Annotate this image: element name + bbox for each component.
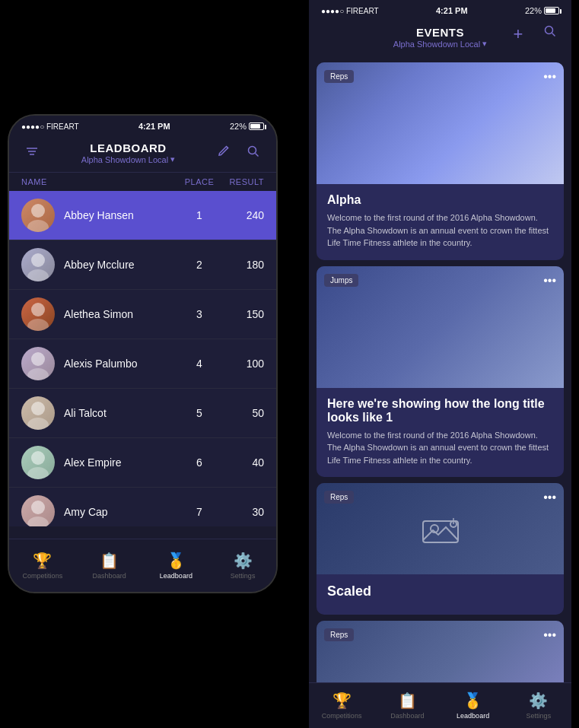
- avatar-1: [21, 199, 55, 232]
- leaderboard-row-6[interactable]: Alex Empire 6 40: [9, 438, 276, 488]
- time-right: 4:21 PM: [436, 6, 468, 15]
- battery-left: 22%: [230, 122, 264, 131]
- leaderboard-row-1[interactable]: Abbey Hansen 1 240: [9, 191, 276, 240]
- right-phone: ●●●●○ FIREART 4:21 PM 22% EVENTS Alpha S…: [309, 0, 571, 728]
- search-icon-left[interactable]: [243, 145, 264, 162]
- event-title-scaled: Scaled: [327, 583, 553, 599]
- svg-point-11: [31, 352, 45, 366]
- bottom-nav-right: 🏆 Competitions 📋 Dashboard 🥇 Leadboard ⚙…: [309, 682, 571, 728]
- avatar-4: [21, 347, 55, 380]
- player-place-1: 1: [180, 209, 218, 221]
- nav-label-right-2: Leadboard: [457, 712, 489, 720]
- nav-label-1: Dashboard: [93, 572, 126, 580]
- event-content-jumps: Here we're showing how the long title lo…: [317, 388, 564, 478]
- svg-point-15: [31, 451, 45, 465]
- player-name-4: Alexis Palumbo: [64, 358, 180, 370]
- time-left: 4:21 PM: [138, 122, 170, 131]
- nav-item-right-leadboard[interactable]: 🥇 Leadboard: [441, 691, 506, 720]
- edit-icon[interactable]: [214, 145, 235, 162]
- player-result-2: 180: [218, 259, 264, 271]
- battery-right: 22%: [525, 6, 559, 15]
- avatar-3: [21, 297, 55, 331]
- player-name-2: Abbey Mcclure: [64, 259, 180, 271]
- leaderboard-row-4[interactable]: Alexis Palumbo 4 100: [9, 339, 276, 389]
- left-phone: ●●●●○ FIREART 4:21 PM 22% LEADBOARD Alph…: [8, 114, 278, 593]
- event-title-alpha: Alpha: [327, 193, 553, 207]
- svg-point-14: [27, 418, 49, 430]
- player-name-5: Ali Talcot: [64, 407, 180, 419]
- event-menu-balls[interactable]: •••: [543, 628, 556, 642]
- avatar-5: [21, 396, 55, 430]
- player-name-6: Alex Empire: [64, 456, 180, 469]
- nav-item-left-competitions[interactable]: 🏆 Competitions: [9, 552, 76, 580]
- header-title-left: LEADBOARD Alpha Showdown Local ▾: [43, 141, 214, 164]
- header-left: LEADBOARD Alpha Showdown Local ▾: [9, 137, 276, 172]
- carrier-right: ●●●●○ FIREART: [321, 7, 379, 15]
- nav-item-left-dashboard[interactable]: 📋 Dashboard: [76, 552, 143, 580]
- svg-line-4: [256, 153, 259, 156]
- nav-item-left-settings[interactable]: ⚙️ Settings: [209, 552, 276, 580]
- player-result-3: 150: [218, 308, 264, 320]
- svg-point-3: [249, 146, 256, 154]
- leaderboard-row-2[interactable]: Abbey Mcclure 2 180: [9, 240, 276, 290]
- svg-point-10: [27, 319, 49, 331]
- status-bar-left: ●●●●○ FIREART 4:21 PM 22%: [9, 116, 276, 137]
- add-event-icon[interactable]: +: [507, 24, 529, 44]
- header-right: EVENTS Alpha Showdown Local ▾ +: [309, 21, 571, 56]
- player-place-5: 5: [180, 407, 218, 419]
- player-name-7: Amy Cap: [64, 506, 180, 518]
- svg-point-6: [27, 220, 49, 232]
- filter-icon[interactable]: [21, 145, 43, 162]
- search-icon-right[interactable]: [539, 24, 561, 44]
- event-desc-alpha: Welcome to the first round of the 2016 A…: [327, 211, 553, 250]
- event-card-scaled[interactable]: Reps ••• Scaled: [317, 483, 564, 615]
- svg-point-17: [31, 501, 45, 514]
- leaderboard-row-5[interactable]: Ali Talcot 5 50: [9, 389, 276, 438]
- svg-point-19: [546, 27, 553, 34]
- player-result-4: 100: [218, 358, 264, 370]
- leaderboard-row-7[interactable]: Amy Cap 7 30: [9, 488, 276, 526]
- event-title-jumps: Here we're showing how the long title lo…: [327, 397, 553, 424]
- event-menu-alpha[interactable]: •••: [543, 70, 556, 84]
- avatar-2: [21, 248, 55, 281]
- event-content-scaled: Scaled: [317, 574, 564, 615]
- nav-label-right-3: Settings: [527, 712, 552, 720]
- avatar-7: [21, 495, 55, 526]
- nav-label-right-1: Dashboard: [390, 712, 424, 720]
- player-place-4: 4: [180, 358, 218, 370]
- bottom-nav-left: 🏆 Competitions 📋 Dashboard 🥇 Leadboard ⚙…: [9, 539, 276, 592]
- event-content-alpha: Alpha Welcome to the first round of the …: [317, 184, 564, 260]
- events-list: Reps ••• Alpha Welcome to the first roun…: [309, 56, 571, 693]
- svg-line-20: [552, 33, 555, 37]
- nav-icon-right-3: ⚙️: [529, 691, 548, 710]
- svg-point-12: [27, 368, 49, 380]
- leaderboard-row-3[interactable]: Alethea Simon 3 150: [9, 290, 276, 339]
- event-card-alpha[interactable]: Reps ••• Alpha Welcome to the first roun…: [317, 62, 564, 260]
- svg-point-9: [31, 303, 45, 316]
- table-header: NAME PLACE RESULT: [9, 172, 276, 191]
- nav-icon-right-0: 🏆: [332, 691, 352, 710]
- svg-point-18: [27, 517, 49, 526]
- event-image-jumps: Jumps •••: [317, 266, 564, 388]
- player-place-3: 3: [180, 308, 218, 320]
- event-menu-scaled[interactable]: •••: [543, 491, 556, 504]
- svg-point-16: [27, 467, 49, 479]
- nav-icon-2: 🥇: [167, 552, 186, 570]
- player-place-7: 7: [180, 506, 218, 518]
- player-place-6: 6: [180, 456, 218, 469]
- nav-item-right-dashboard[interactable]: 📋 Dashboard: [374, 691, 440, 720]
- event-badge-jumps: Jumps: [324, 274, 358, 287]
- carrier-left: ●●●●○ FIREART: [21, 122, 79, 131]
- status-bar-right: ●●●●○ FIREART 4:21 PM 22%: [309, 0, 571, 21]
- nav-item-right-settings[interactable]: ⚙️ Settings: [506, 691, 571, 720]
- player-result-6: 40: [218, 456, 264, 469]
- nav-item-right-competitions[interactable]: 🏆 Competitions: [309, 691, 374, 720]
- player-name-3: Alethea Simon: [64, 308, 180, 320]
- event-badge-scaled: Reps: [324, 491, 354, 504]
- svg-point-7: [31, 253, 45, 267]
- event-card-jumps[interactable]: Jumps ••• Here we're showing how the lon…: [317, 266, 564, 478]
- nav-item-left-leadboard[interactable]: 🥇 Leadboard: [143, 552, 210, 580]
- event-menu-jumps[interactable]: •••: [543, 274, 556, 288]
- nav-label-3: Settings: [231, 572, 256, 580]
- player-name-1: Abbey Hansen: [64, 209, 180, 221]
